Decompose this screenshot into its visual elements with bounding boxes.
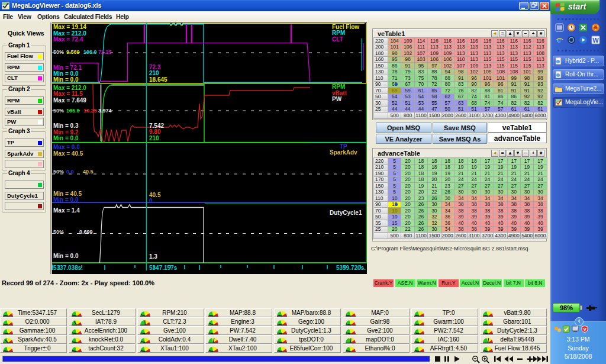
svg-text:W: W xyxy=(592,37,599,44)
svg-text:0.699: 0.699 xyxy=(79,229,93,235)
svg-text:50%: 50% xyxy=(53,49,64,55)
svg-text:Max = 212.0: Max = 212.0 xyxy=(53,85,86,91)
svg-text:5359.720s.: 5359.720s. xyxy=(336,265,366,271)
svg-text:7.542: 7.542 xyxy=(149,123,164,129)
svg-text:Min = 0.0: Min = 0.0 xyxy=(53,253,79,259)
svg-text:9.80: 9.80 xyxy=(149,128,161,135)
svg-text:Min = 0.0: Min = 0.0 xyxy=(53,135,79,141)
svg-text:106.0: 106.0 xyxy=(66,108,80,114)
svg-text:0.0: 0.0 xyxy=(66,169,74,175)
svg-text:CLT: CLT xyxy=(332,36,343,43)
svg-text:DutyCycle1: DutyCycle1 xyxy=(330,210,362,216)
svg-text:SparkAdv: SparkAdv xyxy=(330,149,357,156)
svg-text:210: 210 xyxy=(149,70,159,76)
svg-text:50%: 50% xyxy=(53,169,64,175)
svg-text:Max = 40.5: Max = 40.5 xyxy=(53,150,83,157)
svg-text:Min = 0.3: Min = 0.3 xyxy=(53,123,79,129)
svg-text:PW: PW xyxy=(332,96,342,102)
svg-text:V: V xyxy=(583,327,586,332)
svg-text:Max = 19.14: Max = 19.14 xyxy=(53,24,86,30)
svg-text:0: 0 xyxy=(149,198,153,204)
svg-text:Max = 11.5: Max = 11.5 xyxy=(53,91,83,97)
svg-text:50%: 50% xyxy=(53,108,64,114)
svg-text:1.3: 1.3 xyxy=(149,253,157,260)
svg-text:Min = 9.2: Min = 9.2 xyxy=(53,129,79,136)
svg-text:Max = 72.4: Max = 72.4 xyxy=(53,36,83,43)
svg-text:RPM: RPM xyxy=(332,83,345,90)
svg-text:9.569: 9.569 xyxy=(66,49,80,55)
svg-text:72.25: 72.25 xyxy=(98,49,112,55)
svg-text:5337.038s.: 5337.038s. xyxy=(53,265,83,271)
svg-text:vBatt: vBatt xyxy=(332,90,347,96)
svg-text:TP: TP xyxy=(340,143,347,150)
svg-text:18.645: 18.645 xyxy=(149,76,167,83)
svg-text:210: 210 xyxy=(149,135,159,141)
svg-text:e: e xyxy=(557,36,562,44)
svg-text:10.25: 10.25 xyxy=(83,108,97,114)
svg-text:5347.157s: 5347.157s xyxy=(149,265,178,271)
svg-text:Max = 0.0: Max = 0.0 xyxy=(53,144,80,150)
svg-text:Fuel Flow: Fuel Flow xyxy=(332,24,359,30)
svg-text:Min = 40.5: Min = 40.5 xyxy=(53,191,82,197)
svg-text:50%: 50% xyxy=(53,229,64,235)
svg-text:Max = 1.4: Max = 1.4 xyxy=(53,207,80,214)
svg-text:Max = 7.649: Max = 7.649 xyxy=(53,97,86,104)
svg-text:72.3: 72.3 xyxy=(149,64,161,70)
svg-text:40.5: 40.5 xyxy=(83,169,94,175)
svg-text:Min = 0.0: Min = 0.0 xyxy=(53,197,79,203)
svg-text:RPM: RPM xyxy=(332,30,345,36)
svg-text:Min = 0.0: Min = 0.0 xyxy=(53,76,79,83)
svg-text:106.0: 106.0 xyxy=(83,49,97,55)
svg-text:3.974: 3.974 xyxy=(98,108,112,114)
